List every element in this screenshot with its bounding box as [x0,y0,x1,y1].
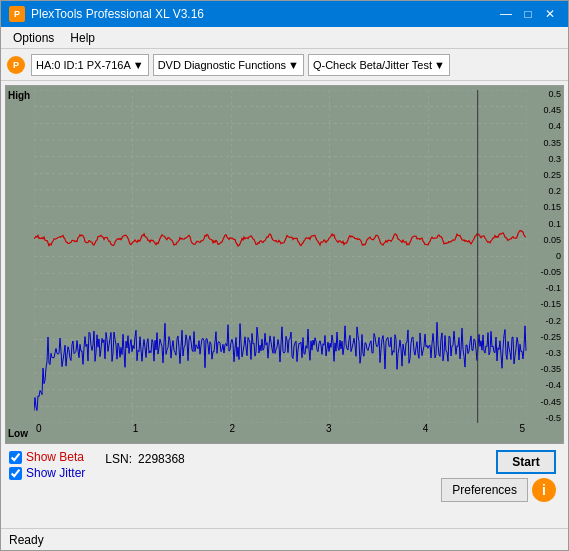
show-beta-label: Show Beta [26,450,84,464]
y-label-5: 0.25 [529,171,561,180]
show-jitter-row: Show Jitter [9,466,85,480]
y-label-15: -0.25 [529,333,561,342]
y-label-11: -0.05 [529,268,561,277]
show-beta-checkbox[interactable] [9,451,22,464]
controls-row: Show Beta Show Jitter LSN: 2298368 Start… [5,444,564,524]
checkboxes: Show Beta Show Jitter [9,450,85,480]
y-label-20: -0.5 [529,414,561,423]
main-content: High Low 0.5 0.45 0.4 0.35 0.3 0.25 0.2 … [1,81,568,528]
lsn-value: 2298368 [138,452,185,466]
x-label-1: 1 [133,423,139,441]
x-label-0: 0 [36,423,42,441]
title-controls: — □ ✕ [496,4,560,24]
bottom-panel: Show Beta Show Jitter LSN: 2298368 Start… [5,444,564,524]
show-beta-row: Show Beta [9,450,85,464]
device-icon-btn[interactable]: P [5,54,27,76]
x-axis: 0 1 2 3 4 5 [34,423,527,441]
close-button[interactable]: ✕ [540,4,560,24]
show-jitter-label: Show Jitter [26,466,85,480]
function-dropdown[interactable]: DVD Diagnostic Functions ▼ [153,54,304,76]
y-label-4: 0.3 [529,155,561,164]
app-icon: P [9,6,25,22]
menu-help[interactable]: Help [62,29,103,47]
y-label-16: -0.3 [529,349,561,358]
minimize-button[interactable]: — [496,4,516,24]
y-label-0: 0.5 [529,90,561,99]
y-label-2: 0.4 [529,122,561,131]
x-label-4: 4 [423,423,429,441]
x-label-5: 5 [519,423,525,441]
device-dropdown[interactable]: HA:0 ID:1 PX-716A ▼ [31,54,149,76]
y-label-17: -0.35 [529,365,561,374]
y-label-14: -0.2 [529,317,561,326]
y-label-19: -0.45 [529,398,561,407]
y-axis-right: 0.5 0.45 0.4 0.35 0.3 0.25 0.2 0.15 0.1 … [527,90,563,423]
show-jitter-checkbox[interactable] [9,467,22,480]
main-window: P PlexTools Professional XL V3.16 — □ ✕ … [0,0,569,551]
start-button[interactable]: Start [496,450,556,474]
device-icon: P [7,56,25,74]
prefs-info-row: Preferences i [441,478,556,502]
window-title: PlexTools Professional XL V3.16 [31,7,496,21]
y-label-10: 0 [529,252,561,261]
chart-area: High Low 0.5 0.45 0.4 0.35 0.3 0.25 0.2 … [5,85,564,444]
y-label-12: -0.1 [529,284,561,293]
y-label-13: -0.15 [529,300,561,309]
lsn-label: LSN: [105,452,132,466]
lsn-area: LSN: 2298368 [105,452,184,466]
test-dropdown[interactable]: Q-Check Beta/Jitter Test ▼ [308,54,450,76]
status-text: Ready [9,533,44,547]
buttons-right: Start Preferences i [441,450,560,502]
y-label-18: -0.4 [529,381,561,390]
maximize-button[interactable]: □ [518,4,538,24]
chart-low-label: Low [8,428,28,439]
status-bar: Ready [1,528,568,550]
y-label-8: 0.1 [529,220,561,229]
y-label-7: 0.15 [529,203,561,212]
y-label-9: 0.05 [529,236,561,245]
x-label-2: 2 [229,423,235,441]
toolbar: P HA:0 ID:1 PX-716A ▼ DVD Diagnostic Fun… [1,49,568,81]
y-label-6: 0.2 [529,187,561,196]
title-bar: P PlexTools Professional XL V3.16 — □ ✕ [1,1,568,27]
info-button[interactable]: i [532,478,556,502]
chart-high-label: High [8,90,30,101]
menu-options[interactable]: Options [5,29,62,47]
y-label-3: 0.35 [529,139,561,148]
x-label-3: 3 [326,423,332,441]
chart-canvas [34,90,527,423]
chart-canvas-area [34,90,527,423]
preferences-button[interactable]: Preferences [441,478,528,502]
menu-bar: Options Help [1,27,568,49]
y-label-1: 0.45 [529,106,561,115]
